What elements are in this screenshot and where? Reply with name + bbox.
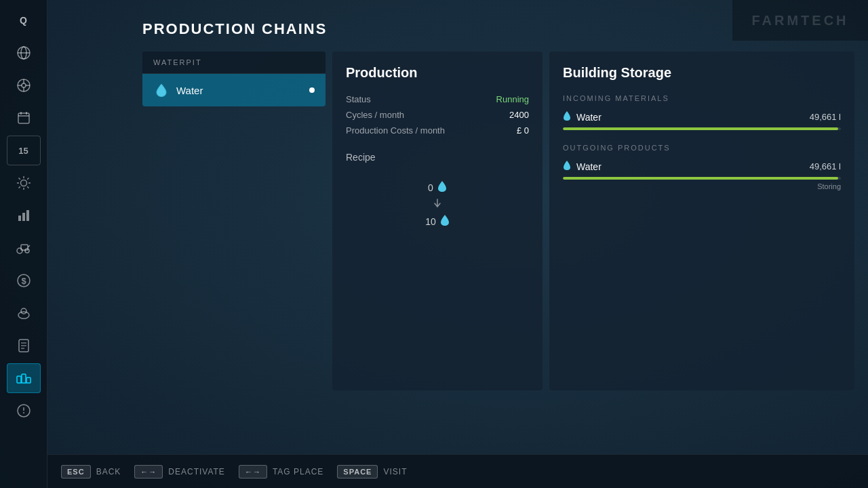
hotkey-back: ESC BACK [61,465,121,479]
sidebar-item-tractor[interactable] [7,233,41,263]
recipe-visual: 0 10 [346,174,529,229]
hotkey-visit-label: VISIT [383,467,407,476]
sidebar-item-sun[interactable] [7,168,41,198]
incoming-progress-container [563,127,841,130]
svg-rect-38 [22,374,26,383]
sidebar-item-chart[interactable] [7,201,41,230]
storage-panel: Building Storage INCOMING MATERIALS Wate… [549,52,854,390]
svg-rect-23 [22,213,25,221]
panels-container: WATERPIT Water Production Status Running… [142,52,854,390]
recipe-arrow-down [432,198,443,211]
svg-rect-39 [26,378,31,383]
incoming-progress-fill [563,127,838,130]
svg-line-20 [27,178,28,180]
hotkey-esc-badge: ESC [61,465,91,479]
outgoing-item-water: Water 49,661 l [563,160,841,173]
recipe-section: Recipe 0 [346,152,529,229]
recipe-input-icon [437,180,447,195]
stat-label-costs: Production Costs / month [346,125,445,136]
hotkey-deactivate-label: DEACTIVATE [168,467,225,476]
svg-point-31 [18,312,29,319]
stat-label-cycles: Cycles / month [346,110,404,120]
sidebar: Q 15 $ [0,0,47,488]
svg-rect-9 [18,113,29,123]
chain-item-water[interactable]: Water [142,74,326,106]
outgoing-section: OUTGOING PRODUCTS Water 49,661 l Storing [563,144,841,190]
chain-panel-header: WATERPIT [142,52,326,74]
storage-status: Storing [563,182,841,190]
hotkey-back-label: BACK [96,467,121,476]
hotkey-deactivate: ←→ DEACTIVATE [134,465,225,479]
recipe-output-amount: 10 [425,216,436,227]
svg-line-19 [27,186,28,188]
stat-value-status: Running [496,94,529,104]
sidebar-item-q[interactable]: Q [7,5,41,35]
svg-point-44 [23,412,24,413]
stat-row-cycles: Cycles / month 2400 [346,110,529,120]
hotkey-tagplace-label: TAG PLACE [273,467,323,476]
svg-point-13 [20,180,26,186]
hotkey-visit: SPACE VISIT [337,465,407,479]
production-panel: Production Status Running Cycles / month… [332,52,542,390]
incoming-water-name: Water [576,112,795,123]
recipe-input-amount: 0 [428,182,433,193]
chain-item-dot [309,87,315,93]
sidebar-item-wheel[interactable] [7,70,41,100]
svg-point-26 [17,248,22,253]
stat-row-costs: Production Costs / month £ 0 [346,125,529,136]
svg-rect-24 [26,210,29,221]
outgoing-water-amount: 49,661 l [800,161,841,171]
water-drop-icon [153,82,170,98]
incoming-water-icon [563,110,571,123]
svg-line-21 [18,186,20,188]
svg-text:$: $ [21,276,26,286]
svg-rect-37 [17,376,21,383]
production-panel-title: Production [346,65,529,81]
incoming-header: INCOMING MATERIALS [563,94,841,102]
outgoing-header: OUTGOING PRODUCTS [563,144,841,152]
main-content: PRODUCTION CHAINS WATERPIT Water Product… [47,0,868,488]
outgoing-water-name: Water [576,161,795,172]
hotkey-space-badge: SPACE [337,465,378,479]
storage-panel-title: Building Storage [563,65,841,81]
svg-point-27 [25,249,29,253]
svg-point-32 [21,308,26,314]
chain-item-water-label: Water [176,85,302,96]
chain-panel: WATERPIT Water [142,52,326,106]
svg-line-18 [18,178,20,180]
svg-rect-22 [18,216,21,221]
stat-value-costs: £ 0 [517,125,529,136]
sidebar-item-calendar[interactable] [7,103,41,133]
sidebar-item-production[interactable] [7,363,41,393]
incoming-water-amount: 49,661 l [800,112,841,122]
recipe-input-row: 0 [428,180,447,195]
hotkey-tagplace-badge: ←→ [239,465,267,479]
recipe-title: Recipe [346,152,529,163]
incoming-section: INCOMING MATERIALS Water 49,661 l [563,94,841,130]
sidebar-item-livestock[interactable] [7,298,41,328]
recipe-output-icon [440,214,450,229]
incoming-item-water: Water 49,661 l [563,110,841,123]
outgoing-water-icon [563,160,571,173]
recipe-output-row: 10 [425,214,450,229]
outgoing-progress-fill [563,177,838,180]
page-title: PRODUCTION CHAINS [142,20,854,38]
stat-row-status: Status Running [346,94,529,104]
sidebar-item-contracts[interactable] [7,331,41,361]
hotkey-deactivate-badge: ←→ [134,465,163,479]
sidebar-item-misc[interactable] [7,396,41,426]
sidebar-item-calendar15[interactable]: 15 [7,136,41,165]
outgoing-progress-container [563,177,841,180]
bottom-bar: ESC BACK ←→ DEACTIVATE ←→ TAG PLACE SPAC… [47,454,868,488]
sidebar-item-globe[interactable] [7,38,41,68]
sidebar-item-dollar[interactable]: $ [7,266,41,296]
stat-label-status: Status [346,94,371,104]
svg-point-4 [22,83,26,87]
hotkey-tagplace: ←→ TAG PLACE [239,465,323,479]
stat-value-cycles: 2400 [509,110,529,120]
